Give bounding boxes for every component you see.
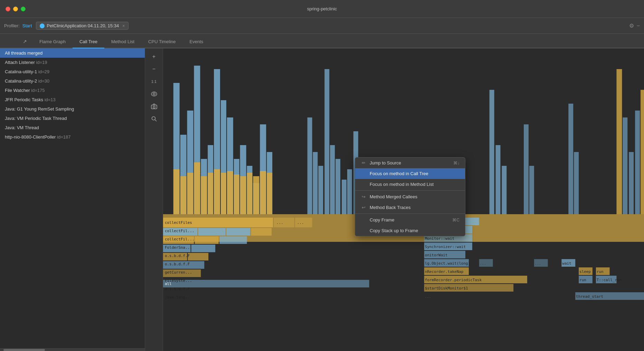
svg-rect-40 [318,166,323,214]
svg-text:all: all [165,282,172,286]
context-menu: ✏ Jump to Source ⌘↓ Focus on method in C… [355,157,465,236]
profiler-bar: Profiler: Start PetClinicApplication 04.… [0,18,644,34]
svg-rect-58 [641,90,644,214]
svg-rect-32 [240,176,246,214]
svg-rect-70 [191,245,216,252]
svg-rect-23 [180,176,187,214]
flame-canvas[interactable]: collectFiles collectFil... collectFil...… [163,48,644,351]
svg-rect-26 [201,176,207,214]
svg-rect-38 [307,117,312,214]
context-menu-copy-stack[interactable]: Copy Stack up to Frame [355,225,465,236]
svg-rect-64 [226,228,250,236]
svg-text:collectFil...: collectFil... [165,237,194,241]
session-close-button[interactable]: × [122,23,125,28]
minimize-button[interactable] [13,7,18,11]
svg-rect-22 [173,169,180,214]
svg-text:onitorWait: onitorWait [425,253,448,257]
sidebar: All threads merged Attach Listener id=19… [0,48,145,351]
profiler-session-tab[interactable]: PetClinicApplication 04.11.20, 15:34 × [36,22,129,30]
svg-point-4 [152,117,155,120]
svg-text:o.s.b.d.f.F: o.s.b.d.f.F [165,287,190,291]
tab-call-tree[interactable]: Call Tree [73,36,104,48]
svg-text:nRecorder.takeNap: nRecorder.takeNap [425,269,464,274]
svg-text:FolderSna...: FolderSna... [165,245,192,250]
svg-rect-25 [194,162,200,214]
context-menu-copy-frame[interactable]: Copy Frame ⌘C [355,215,465,225]
context-menu-focus-method-list[interactable]: Focus on method in Method List [355,179,465,190]
svg-rect-48 [495,145,500,214]
svg-text:lg.Object.wait(long): lg.Object.wait(long) [425,261,471,266]
svg-rect-34 [253,176,259,214]
svg-rect-49 [502,166,506,214]
minimize-icon[interactable]: − [637,23,640,29]
svg-text:run: run [597,269,604,274]
svg-text:formRecorder.periodicTask: formRecorder.periodicTask [425,278,482,282]
svg-point-3 [153,106,155,108]
sidebar-item-all-threads[interactable]: All threads merged [0,48,145,58]
eye-button[interactable] [149,88,160,99]
sidebar-item-attach-listener[interactable]: Attach Listener id=19 [0,58,145,67]
svg-rect-36 [267,173,272,214]
export-icon[interactable]: ↗ [17,36,32,48]
zoom-out-button[interactable]: − [149,64,160,75]
sidebar-item-java-vm-periodic[interactable]: Java: VM Periodic Task Thread [0,114,145,123]
search-button[interactable] [149,113,160,124]
sidebar-item-java-g1[interactable]: Java: G1 Young RemSet Sampling [0,104,145,114]
context-menu-jump-to-source[interactable]: ✏ Jump to Source ⌘↓ [355,158,465,168]
back-traces-icon: ↩ [361,205,366,210]
start-button[interactable]: Start [22,23,32,28]
callees-icon: ↪ [361,194,366,199]
traffic-lights [6,7,26,11]
tabs-row: ↗ Flame Graph Call Tree Method List CPU … [0,34,644,48]
close-button[interactable] [6,7,10,11]
svg-rect-53 [574,152,579,214]
svg-text:$startDiskMonitor$1: $startDiskMonitor$1 [425,286,468,291]
svg-rect-75 [163,280,369,287]
sidebar-item-jfr-periodic[interactable]: JFR Periodic Tasks id=13 [0,95,145,104]
tab-flame-graph[interactable]: Flame Graph [32,36,73,48]
zoom-in-button[interactable]: + [149,51,160,62]
svg-rect-33 [247,173,253,214]
svg-text:o.s.b.d.f.F: o.s.b.d.f.F [165,254,190,258]
window-title: spring-petclinic [307,6,337,11]
tab-cpu-timeline[interactable]: CPU Timeline [141,36,182,48]
tab-events[interactable]: Events [183,36,210,48]
sidebar-scrollbar[interactable] [0,348,145,351]
svg-rect-56 [629,152,634,214]
svg-rect-63 [198,228,226,236]
svg-rect-55 [623,117,627,214]
ratio-button[interactable]: 1:1 [149,76,160,87]
svg-rect-42 [330,145,335,214]
svg-rect-57 [635,111,640,214]
svg-text:...: ... [297,220,304,225]
camera-button[interactable] [149,101,160,112]
svg-rect-72 [188,253,209,260]
svg-rect-35 [260,171,266,214]
svg-rect-24 [187,173,193,214]
svg-rect-29 [221,173,226,214]
svg-rect-45 [347,169,352,214]
sidebar-item-java-vm-thread[interactable]: Java: VM Thread [0,123,145,132]
svg-text:getCurren...: getCurren... [165,270,192,275]
edit-icon: ✏ [361,160,366,165]
session-icon [40,23,45,28]
sidebar-item-http-nio[interactable]: http-nio-8080-ClientPoller id=187 [0,132,145,142]
tab-method-list[interactable]: Method List [104,36,141,48]
svg-rect-54 [616,69,622,214]
context-menu-method-back-traces[interactable]: ↩ Method Back Traces [355,202,465,213]
main-content: All threads merged Attach Listener id=19… [0,48,644,351]
sidebar-empty [0,142,145,348]
sidebar-item-file-watcher[interactable]: File Watcher id=175 [0,86,145,95]
svg-text:T::call_run: T::call_run [597,278,622,282]
svg-line-5 [155,120,157,122]
sidebar-scrollbar-thumb[interactable] [3,349,45,351]
sidebar-item-catalina-2[interactable]: Catalina-utility-2 id=30 [0,76,145,86]
svg-text:...: ... [425,295,431,298]
context-menu-method-merged-callees[interactable]: ↪ Method Merged Callees [355,191,465,202]
context-menu-focus-call-tree[interactable]: Focus on method in Call Tree [355,168,465,179]
settings-icon[interactable]: ⚙ [629,22,634,29]
svg-point-0 [151,92,157,96]
sidebar-item-catalina-1[interactable]: Catalina-utility-1 id=29 [0,67,145,76]
svg-text:...: ... [276,220,283,225]
maximize-button[interactable] [21,7,26,11]
